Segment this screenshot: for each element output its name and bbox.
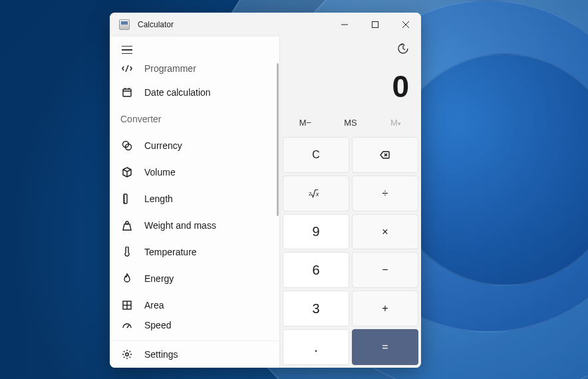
digit-9-button[interactable]: 9 (283, 214, 349, 250)
nav-label: Date calculation (144, 87, 211, 98)
multiply-button[interactable]: × (352, 214, 418, 250)
memory-minus-button[interactable]: M− (283, 114, 328, 132)
nav-item-temperature[interactable]: Temperature (110, 239, 279, 265)
svg-rect-1 (372, 22, 378, 28)
nav-section-converter: Converter (110, 106, 279, 132)
maximize-icon (372, 21, 378, 28)
weight-icon (122, 220, 132, 231)
minus-button[interactable]: − (352, 252, 418, 288)
digit-3-button[interactable]: 3 (283, 291, 349, 326)
nav-item-programmer[interactable]: Programmer (110, 63, 279, 79)
result-display: 0 (280, 63, 421, 114)
programmer-icon (122, 63, 132, 74)
nav-label: Energy (144, 273, 174, 284)
hamburger-menu-button[interactable] (122, 46, 132, 54)
equals-button[interactable]: = (352, 329, 418, 365)
close-icon (402, 21, 409, 28)
backspace-button[interactable] (352, 137, 418, 173)
nav-item-energy[interactable]: Energy (110, 265, 279, 292)
nav-label: Weight and mass (144, 220, 216, 231)
nav-label: Speed (144, 320, 171, 330)
nav-item-settings[interactable]: Settings (110, 341, 279, 368)
thermometer-icon (122, 247, 132, 257)
svg-line-19 (127, 325, 129, 328)
maximize-button[interactable] (360, 13, 390, 37)
nav-label: Length (144, 193, 173, 204)
root-button[interactable]: 2x (283, 176, 349, 211)
nav-item-weight[interactable]: Weight and mass (110, 212, 279, 239)
plus-button[interactable]: + (352, 291, 418, 326)
memory-row: M− MS M▾ (280, 114, 421, 134)
root-icon: 2x (309, 188, 323, 199)
cube-icon (122, 167, 132, 178)
nav-item-currency[interactable]: Currency (110, 132, 279, 159)
titlebar[interactable]: Calculator (110, 13, 421, 37)
nav-item-area[interactable]: Area (110, 292, 279, 318)
svg-text:2: 2 (309, 191, 311, 197)
scrollbar-thumb[interactable] (277, 63, 279, 216)
window-title: Calculator (138, 20, 329, 29)
grid-icon (122, 300, 132, 311)
calculator-panel: 0 M− MS M▾ C 2x ÷ 9 × 6 − (280, 37, 421, 368)
nav-scroll-area[interactable]: Programmer Date calculation Converter (110, 63, 279, 340)
history-icon (397, 43, 409, 55)
nav-item-volume[interactable]: Volume (110, 159, 279, 186)
memory-list-button[interactable]: M▾ (373, 114, 418, 132)
nav-label: Programmer (144, 63, 196, 74)
svg-text:x: x (315, 191, 319, 197)
nav-label: Area (144, 300, 164, 311)
clear-button[interactable]: C (283, 137, 349, 173)
svg-rect-4 (123, 89, 131, 96)
window-controls (329, 13, 421, 37)
divide-button[interactable]: ÷ (352, 176, 418, 211)
nav-item-date-calculation[interactable]: Date calculation (110, 79, 279, 106)
gear-icon (122, 349, 132, 360)
ruler-icon (122, 193, 132, 204)
nav-item-speed[interactable]: Speed (110, 318, 279, 332)
minimize-icon (341, 21, 348, 28)
sidebar-scrollbar[interactable] (277, 63, 279, 340)
nav-label: Settings (144, 349, 178, 360)
svg-point-20 (126, 353, 128, 356)
calendar-icon (122, 87, 132, 98)
chevron-down-icon: ▾ (398, 120, 401, 127)
history-button[interactable] (397, 43, 409, 57)
currency-icon (122, 140, 132, 151)
navigation-sidebar: Programmer Date calculation Converter (110, 37, 280, 368)
nav-item-length[interactable]: Length (110, 186, 279, 212)
close-button[interactable] (390, 13, 421, 37)
memory-store-button[interactable]: MS (328, 114, 373, 132)
keypad: C 2x ÷ 9 × 6 − 3 + . = (280, 134, 421, 368)
digit-6-button[interactable]: 6 (283, 252, 349, 288)
nav-label: Volume (144, 167, 176, 178)
backspace-icon (380, 150, 390, 160)
nav-label: Currency (144, 140, 182, 151)
decimal-button[interactable]: . (283, 329, 349, 365)
minimize-button[interactable] (329, 13, 360, 37)
nav-label: Temperature (144, 247, 197, 257)
calculator-window: Calculator (110, 13, 421, 368)
calculator-app-icon (119, 19, 130, 30)
flame-icon (122, 273, 132, 284)
speedometer-icon (122, 320, 132, 330)
